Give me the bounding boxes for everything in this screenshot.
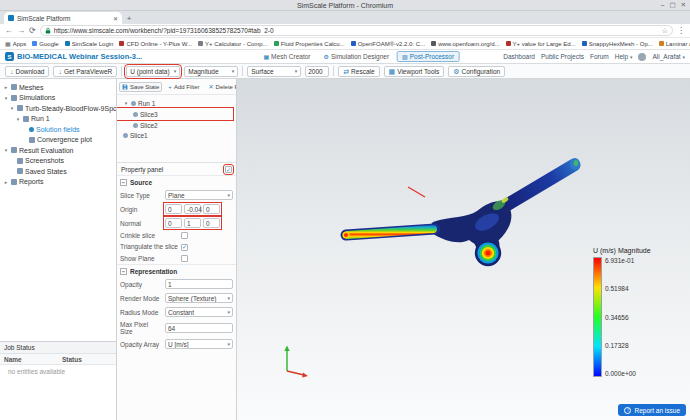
bookmark-item[interactable]: SimScale Login — [65, 41, 114, 47]
get-paraviewer-button[interactable]: ↓Get ParaVieweR — [53, 66, 117, 77]
link-public-projects[interactable]: Public Projects — [541, 53, 584, 60]
tab-simulation-designer[interactable]: ⚙Simulation Designer — [318, 51, 394, 62]
divider — [121, 66, 122, 76]
render-mode-select[interactable]: Sphere (Texture)▾ — [165, 293, 233, 303]
show-plane-label: Show Plane — [120, 255, 178, 262]
chevron-down-icon[interactable]: ▾ — [3, 95, 9, 101]
filter-tree-run1[interactable]: ▾Run 1 — [117, 98, 236, 108]
avatar[interactable] — [638, 53, 646, 61]
tree-item-convergence-plot[interactable]: Convergence plot — [0, 135, 116, 146]
chevron-down-icon[interactable]: ▾ — [123, 100, 129, 106]
normal-x-input[interactable]: 0 — [165, 218, 182, 228]
window-titlebar: SimScale Platform - Chromium – ▢ ✕ — [0, 0, 690, 11]
tree-item-run1[interactable]: ▾Run 1 — [0, 114, 116, 125]
normal-z-input[interactable]: 0 — [203, 218, 220, 228]
slice-cross-section — [475, 240, 501, 266]
tab-post-processor[interactable]: ▨Post-Processor — [397, 51, 459, 62]
max-points-input[interactable]: 2000 — [305, 66, 329, 77]
filter-tree-slice1[interactable]: Slice1 — [117, 130, 236, 140]
result-icon — [11, 147, 17, 153]
chevron-right-icon[interactable]: ▸ — [3, 179, 9, 185]
tree-item-screenshots[interactable]: Screenshots — [0, 156, 116, 167]
chevron-down-icon[interactable]: ▾ — [15, 116, 21, 122]
bookmark-item[interactable]: Laminar and Turbulen... — [659, 41, 690, 47]
bookmark-item[interactable]: CFD Online - Y-Plus W... — [119, 41, 192, 47]
origin-x-input[interactable]: 0 — [165, 204, 182, 214]
show-plane-checkbox[interactable] — [181, 255, 188, 262]
origin-y-input[interactable]: -0.04 — [184, 204, 201, 214]
filter-tree-slice2[interactable]: Slice2 — [117, 120, 236, 130]
bookmark-item[interactable]: Y+ Calculator - Comp... — [198, 41, 268, 47]
link-help[interactable]: Help ▾ — [615, 53, 633, 60]
configuration-button[interactable]: ⚙Configuration — [448, 66, 505, 77]
close-icon[interactable]: ✕ — [681, 1, 686, 9]
browser-tab[interactable]: SimScale Platform ✕ — [4, 12, 122, 24]
add-filter-button[interactable]: +Add Filter — [165, 82, 202, 92]
field-select[interactable]: U (point data)▾ — [126, 66, 180, 77]
tree-item-saved-states[interactable]: Saved States — [0, 166, 116, 177]
tab-close-icon[interactable]: ✕ — [113, 15, 118, 22]
representation-section-header[interactable]: − Representation — [117, 264, 236, 277]
tree-item-meshes[interactable]: ▸Meshes — [0, 82, 116, 93]
user-menu[interactable]: Ali_Arafat ▾ — [652, 53, 685, 60]
menu-dots-icon[interactable]: ⋮ — [677, 27, 685, 35]
opacity-array-select[interactable]: U [m/s]▾ — [165, 339, 233, 349]
rescale-button[interactable]: ⇄Rescale — [338, 66, 379, 77]
rescale-icon: ⇄ — [343, 68, 349, 75]
chevron-down-icon: ▾ — [227, 192, 230, 198]
back-icon[interactable]: ← — [5, 27, 13, 35]
bookmark-item[interactable]: Google — [32, 41, 58, 47]
viewport-3d[interactable]: U (m/s) Magnitude 6.931e-01 0.51984 0.34… — [237, 79, 690, 420]
tick-max: 6.931e-01 — [605, 257, 636, 264]
apply-checkbox[interactable]: ✓ — [225, 166, 232, 173]
report-issue-button[interactable]: ! Report an issue — [618, 404, 686, 416]
bookmark-item[interactable]: Fluid Properties Calcu... — [274, 41, 345, 47]
bookmark-item[interactable]: Y+ value for Large Ed... — [506, 41, 576, 47]
reload-icon[interactable]: ⟳ — [29, 27, 36, 35]
slice-type-select[interactable]: Plane▾ — [165, 190, 233, 200]
collapse-icon[interactable]: − — [120, 268, 127, 275]
representation-select[interactable]: Surface▾ — [247, 66, 301, 77]
tree-item-solution-fields[interactable]: Solution fields — [0, 124, 116, 135]
tree-item-reports[interactable]: ▸Reports — [0, 177, 116, 188]
tree-item-result-evaluation[interactable]: ▾Result Evaluation — [0, 145, 116, 156]
project-title[interactable]: BIO-MEDICAL Webinar Session-3... — [17, 52, 142, 61]
filter-tree-slice3[interactable]: Slice3 — [117, 109, 232, 119]
viewport-tools-button[interactable]: ▦Viewport Tools — [384, 66, 445, 77]
chevron-right-icon[interactable]: ▸ — [3, 84, 9, 90]
tick: 0.34656 — [605, 314, 636, 321]
radius-mode-select[interactable]: Constant▾ — [165, 307, 233, 317]
chevron-down-icon[interactable]: ▾ — [9, 105, 15, 111]
tree-item-simulations[interactable]: ▾Simulations — [0, 93, 116, 104]
bookmark-apps[interactable]: ▦Apps — [5, 40, 26, 47]
bookmark-item[interactable]: www.openfoam.org/d... — [431, 41, 499, 47]
delete-filter-button[interactable]: ✕Delete Filter — [206, 81, 237, 92]
collapse-icon[interactable]: − — [120, 179, 127, 186]
bookmark-item[interactable]: OpenFOAM®-v2.2.0: C... — [351, 41, 425, 47]
opacity-array-label: Opacity Array — [120, 341, 162, 348]
origin-z-input[interactable]: 0 — [203, 204, 220, 214]
tree-item-simulation-name[interactable]: ▾Turb-Steady-BloodFlow-9Spc — [0, 103, 116, 114]
bookmark-star-icon[interactable]: ☆ — [662, 27, 668, 35]
forward-icon[interactable]: → — [17, 27, 25, 35]
source-section-header[interactable]: − Source — [117, 175, 236, 188]
component-select[interactable]: Magnitude▾ — [184, 66, 238, 77]
new-tab-button[interactable]: + — [122, 12, 136, 24]
link-dashboard[interactable]: Dashboard — [503, 53, 535, 60]
opacity-input[interactable]: 1 — [165, 279, 233, 289]
minimize-icon[interactable]: – — [661, 1, 665, 9]
chevron-down-icon[interactable]: ▾ — [3, 147, 9, 153]
link-forum[interactable]: Forum — [590, 53, 609, 60]
tab-mesh-creator[interactable]: ▦Mesh Creator — [258, 51, 315, 62]
bookmark-item[interactable]: SnappyHexMesh - Op... — [582, 41, 653, 47]
maximize-icon[interactable]: ▢ — [669, 1, 675, 9]
save-state-button[interactable]: Save State — [119, 82, 162, 92]
download-button[interactable]: ↓Download — [5, 66, 49, 77]
triangulate-checkbox[interactable]: ✓ — [181, 244, 188, 251]
crinkle-checkbox[interactable] — [181, 232, 188, 239]
job-status-panel: Job Status Name Status no entities avail… — [0, 341, 116, 378]
normal-y-input[interactable]: 1 — [184, 218, 201, 228]
triangulate-row: Triangulate the slice ✓ — [117, 241, 236, 252]
max-pixel-input[interactable]: 64 — [165, 323, 233, 333]
url-input[interactable]: https://www.simscale.com/workbench/?pid=… — [40, 25, 673, 36]
